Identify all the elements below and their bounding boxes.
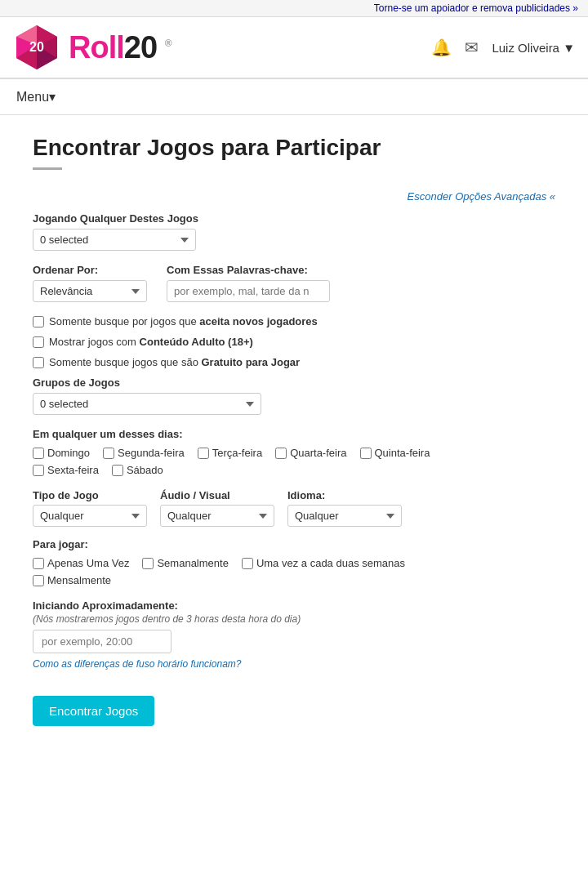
- day-sexta-label: Sexta-feira: [47, 464, 99, 476]
- freq-once-label: Apenas Uma Vez: [47, 557, 129, 569]
- audio-col: Áudio / Visual Qualquer Áudio Visual: [160, 489, 274, 527]
- tipo-audio-idioma-row: Tipo de Jogo Qualquer RPG Tabuleiro Áudi…: [33, 489, 555, 527]
- starting-section: Iniciando Aproximadamente: (Nós mostrare…: [33, 599, 555, 670]
- starting-sublabel: (Nós mostraremos jogos dentro de 3 horas…: [33, 613, 555, 625]
- day-domingo-label: Domingo: [47, 447, 90, 459]
- day-terca-label: Terça-feira: [212, 447, 262, 459]
- free-bold: Gratuito para Jogar: [201, 356, 300, 368]
- day-terca: Terça-feira: [198, 447, 262, 459]
- mensalmente-row: Mensalmente: [33, 574, 555, 586]
- idioma-label: Idioma:: [287, 489, 402, 501]
- free-prefix: Somente busque jogos que são: [49, 356, 201, 368]
- header-right: 🔔 ✉ Luiz Oliveira ▼: [431, 38, 575, 57]
- sort-label: Ordenar Por:: [33, 264, 147, 276]
- groups-label: Grupos de Jogos: [33, 376, 555, 389]
- logo-brand: Roll20: [69, 30, 157, 65]
- idioma-col: Idioma: Qualquer Português English: [287, 489, 402, 527]
- games-label: Jogando Qualquer Destes Jogos: [33, 212, 555, 225]
- day-quinta: Quinta-feira: [360, 447, 430, 459]
- new-players-checkbox[interactable]: [33, 316, 44, 327]
- page-title: Encontrar Jogos para Participar: [33, 135, 555, 161]
- freq-biweekly-checkbox[interactable]: [242, 558, 253, 569]
- day-quinta-label: Quinta-feira: [375, 447, 430, 459]
- advanced-options-link[interactable]: Esconder Opções Avançadas «: [408, 190, 555, 203]
- tipo-col: Tipo de Jogo Qualquer RPG Tabuleiro: [33, 489, 147, 527]
- audio-select[interactable]: Qualquer Áudio Visual: [160, 505, 274, 527]
- time-input[interactable]: [33, 630, 172, 653]
- bell-icon[interactable]: 🔔: [431, 38, 452, 57]
- user-menu[interactable]: Luiz Oliveira ▼: [492, 41, 575, 55]
- advanced-options-link-container: Esconder Opções Avançadas «: [33, 189, 555, 203]
- supporter-link[interactable]: Torne-se um apoiador e remova publicidad…: [374, 2, 578, 14]
- top-bar: Torne-se um apoiador e remova publicidad…: [0, 0, 588, 17]
- para-jogar-options: Apenas Uma Vez Semanalmente Uma vez a ca…: [33, 557, 555, 569]
- logo-area: 20 Roll20 ®: [13, 24, 431, 71]
- day-sabado: Sábado: [112, 464, 163, 476]
- day-quinta-checkbox[interactable]: [360, 448, 372, 459]
- freq-biweekly: Uma vez a cada duas semanas: [242, 557, 405, 569]
- keywords-input[interactable]: [167, 280, 330, 302]
- logo-text: Roll20 ®: [69, 30, 171, 65]
- menu-button[interactable]: Menu▾: [13, 87, 59, 106]
- days-section: Em qualquer um desses dias: Domingo Segu…: [33, 428, 555, 476]
- para-jogar-label-text: Para jogar:: [33, 538, 88, 550]
- nav-bar: Menu▾: [0, 79, 588, 115]
- adult-prefix: Mostrar jogos com: [49, 336, 140, 348]
- roll20-logo-icon: 20: [13, 24, 60, 71]
- day-sabado-checkbox[interactable]: [112, 465, 123, 476]
- day-terca-checkbox[interactable]: [198, 448, 209, 459]
- idioma-select[interactable]: Qualquer Português English: [287, 505, 402, 527]
- user-dropdown-arrow: ▼: [563, 41, 575, 55]
- games-select[interactable]: 0 selected: [33, 229, 196, 251]
- freq-once-checkbox[interactable]: [33, 558, 44, 569]
- tipo-label: Tipo de Jogo: [33, 489, 147, 501]
- title-divider: [33, 167, 62, 170]
- find-games-button[interactable]: Encontrar Jogos: [33, 696, 154, 726]
- audio-label: Áudio / Visual: [160, 489, 274, 501]
- keywords-col: Com Essas Palavras-chave:: [167, 264, 555, 302]
- free-to-play-label: Somente busque jogos que são Gratuito pa…: [49, 356, 300, 368]
- header: 20 Roll20 ® 🔔 ✉ Luiz Oliveira ▼: [0, 17, 588, 79]
- day-sexta-checkbox[interactable]: [33, 465, 44, 476]
- adult-bold: Conteúdo Adulto (18+): [140, 336, 253, 348]
- starting-label: Iniciando Aproximadamente:: [33, 599, 555, 612]
- days-label: Em qualquer um desses dias:: [33, 428, 555, 440]
- freq-once: Apenas Uma Vez: [33, 557, 129, 569]
- sort-col: Ordenar Por: Relevância Data Título: [33, 264, 147, 302]
- days-row-1: Domingo Segunda-feira Terça-feira Quarta…: [33, 447, 555, 459]
- day-domingo-checkbox[interactable]: [33, 448, 44, 459]
- day-segunda: Segunda-feira: [103, 447, 185, 459]
- para-jogar-label: Para jogar:: [33, 538, 555, 550]
- day-segunda-checkbox[interactable]: [103, 448, 114, 459]
- sort-keywords-row: Ordenar Por: Relevância Data Título Com …: [33, 264, 555, 302]
- mail-icon[interactable]: ✉: [465, 38, 479, 57]
- user-name-text: Luiz Oliveira: [492, 41, 559, 55]
- free-to-play-checkbox[interactable]: [33, 357, 44, 368]
- timezone-link-container: Como as diferenças de fuso horário funci…: [33, 658, 555, 670]
- menu-label: Menu: [16, 90, 49, 104]
- tipo-select[interactable]: Qualquer RPG Tabuleiro: [33, 505, 147, 527]
- adult-content-checkbox[interactable]: [33, 336, 44, 348]
- new-players-bold: aceita novos jogadores: [199, 315, 318, 327]
- freq-weekly-checkbox[interactable]: [142, 558, 154, 569]
- sort-select[interactable]: Relevância Data Título: [33, 280, 147, 302]
- day-segunda-label: Segunda-feira: [118, 447, 185, 459]
- groups-select[interactable]: 0 selected: [33, 393, 261, 415]
- freq-monthly-checkbox[interactable]: [33, 575, 44, 586]
- svg-text:20: 20: [29, 40, 44, 54]
- freq-weekly-label: Semanalmente: [157, 557, 228, 569]
- groups-section: Grupos de Jogos 0 selected: [33, 376, 555, 415]
- games-section: Jogando Qualquer Destes Jogos 0 selected: [33, 212, 555, 251]
- days-row-2: Sexta-feira Sábado: [33, 464, 555, 476]
- timezone-link[interactable]: Como as diferenças de fuso horário funci…: [33, 658, 241, 670]
- free-to-play-checkbox-row: Somente busque jogos que são Gratuito pa…: [33, 356, 555, 368]
- adult-content-label: Mostrar jogos com Conteúdo Adulto (18+): [49, 336, 253, 348]
- day-quarta: Quarta-feira: [275, 447, 346, 459]
- menu-arrow: ▾: [49, 90, 56, 104]
- new-players-label: Somente busque por jogos que aceita novo…: [49, 315, 318, 327]
- day-quarta-checkbox[interactable]: [275, 448, 287, 459]
- main-content: Encontrar Jogos para Participar Esconder…: [0, 115, 588, 759]
- new-players-prefix: Somente busque por jogos que: [49, 315, 199, 327]
- new-players-checkbox-row: Somente busque por jogos que aceita novo…: [33, 315, 555, 327]
- day-sexta: Sexta-feira: [33, 464, 99, 476]
